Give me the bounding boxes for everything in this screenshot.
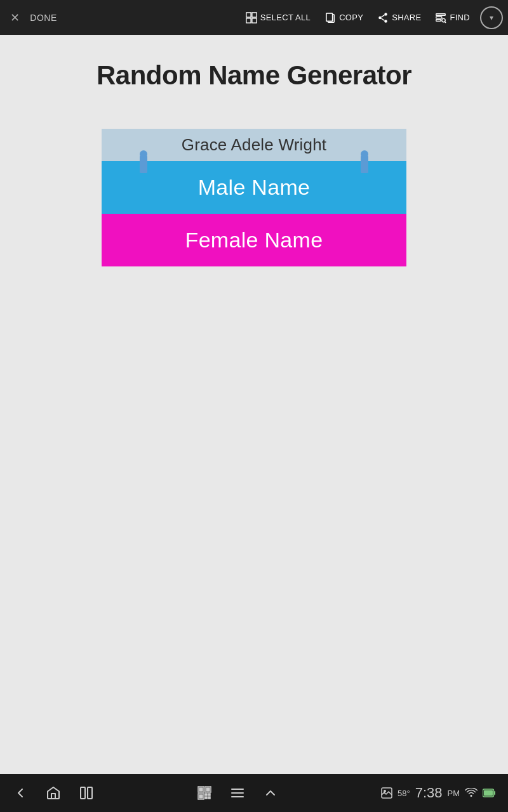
wifi-icon <box>465 788 478 798</box>
find-button[interactable]: FIND <box>429 8 476 27</box>
svg-line-16 <box>445 22 446 23</box>
svg-rect-37 <box>484 790 493 796</box>
copy-icon <box>324 12 336 23</box>
svg-rect-24 <box>199 795 203 798</box>
svg-rect-5 <box>326 13 333 21</box>
bottom-nav-left <box>13 785 94 801</box>
svg-rect-23 <box>206 788 210 791</box>
share-button[interactable]: SHARE <box>371 8 427 27</box>
selection-handle-right <box>361 155 368 173</box>
bottom-nav-center <box>197 785 278 801</box>
svg-rect-25 <box>205 794 207 796</box>
svg-point-34 <box>471 795 472 797</box>
share-icon <box>377 12 389 23</box>
close-icon: ✕ <box>10 11 20 25</box>
home-button[interactable] <box>46 785 61 801</box>
page-title: Random Name Generator <box>97 60 411 91</box>
status-time: 7:38 <box>415 785 443 801</box>
svg-rect-22 <box>199 788 203 791</box>
selection-handle-left <box>140 155 147 173</box>
back-button[interactable] <box>13 785 28 801</box>
up-button[interactable] <box>263 785 278 801</box>
qr-button[interactable] <box>197 785 212 801</box>
svg-rect-18 <box>88 787 92 799</box>
find-icon <box>435 12 446 23</box>
svg-point-7 <box>384 13 387 16</box>
copy-label: COPY <box>339 13 363 22</box>
svg-rect-3 <box>252 18 257 22</box>
svg-rect-36 <box>494 791 495 795</box>
svg-point-8 <box>384 20 387 23</box>
find-label: FIND <box>450 13 470 22</box>
dropdown-button[interactable]: ▾ <box>480 6 503 29</box>
toolbar: ✕ DONE SELECT ALL <box>0 0 508 35</box>
svg-rect-12 <box>436 13 445 15</box>
svg-line-10 <box>382 15 385 16</box>
share-label: SHARE <box>392 13 421 22</box>
svg-rect-26 <box>208 794 210 796</box>
battery-icon <box>483 789 495 797</box>
svg-point-15 <box>442 18 445 22</box>
copy-button[interactable]: COPY <box>318 8 370 27</box>
name-display-wrapper: Grace Adele Wright Male Name Female Name <box>102 129 406 266</box>
svg-rect-2 <box>246 18 251 22</box>
svg-point-9 <box>378 16 382 19</box>
menu-button[interactable] <box>230 785 245 801</box>
recents-button[interactable] <box>79 785 94 801</box>
select-all-icon <box>246 12 257 23</box>
female-name-button[interactable]: Female Name <box>102 214 406 266</box>
close-button[interactable]: ✕ <box>5 7 25 29</box>
toolbar-right: SELECT ALL COPY <box>239 6 503 29</box>
svg-rect-28 <box>208 797 210 799</box>
dropdown-icon: ▾ <box>490 13 493 22</box>
svg-rect-1 <box>252 12 257 16</box>
select-all-label: SELECT ALL <box>260 13 311 22</box>
status-temperature: 58° <box>398 789 410 798</box>
svg-rect-14 <box>436 19 441 21</box>
status-ampm: PM <box>448 789 460 798</box>
image-icon <box>381 787 392 799</box>
status-info: 58° 7:38 PM <box>381 785 495 801</box>
toolbar-left: ✕ DONE <box>5 7 239 29</box>
svg-rect-13 <box>436 16 442 18</box>
svg-rect-27 <box>205 797 207 799</box>
svg-rect-17 <box>81 787 85 799</box>
main-content: Random Name Generator Grace Adele Wright… <box>0 35 508 774</box>
done-label: DONE <box>30 13 57 23</box>
svg-rect-0 <box>246 12 251 16</box>
select-all-button[interactable]: SELECT ALL <box>239 8 317 27</box>
bottom-bar: 58° 7:38 PM <box>0 774 508 812</box>
svg-line-11 <box>382 18 385 20</box>
